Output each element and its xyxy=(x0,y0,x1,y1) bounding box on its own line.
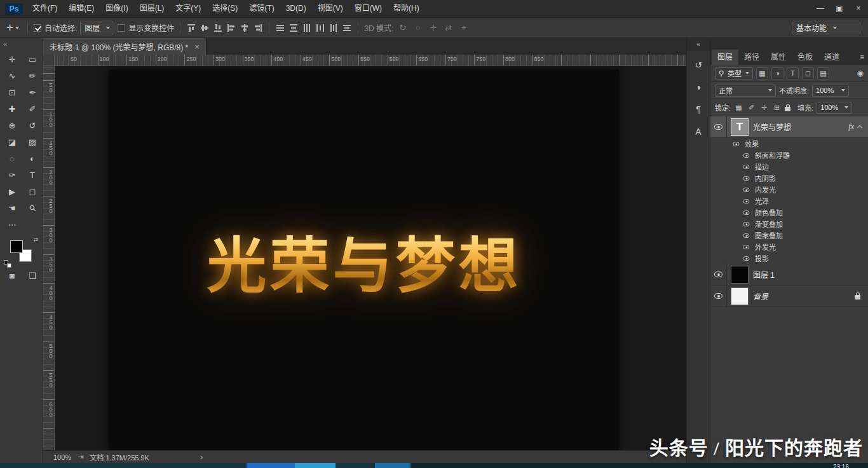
menu-file[interactable]: 文件(F) xyxy=(27,0,63,17)
document-tab[interactable]: 未标题-1 @ 100% (光荣与梦想, RGB/8) * × xyxy=(43,38,207,55)
dock-collapse-icon[interactable]: « xyxy=(687,38,710,51)
layer-row-background[interactable]: 背景 xyxy=(710,286,868,307)
menu-type[interactable]: 文字(Y) xyxy=(170,0,207,17)
panel-menu-icon[interactable]: ≡ xyxy=(860,50,864,65)
adjustments-panel-icon[interactable]: ◑ xyxy=(689,79,707,95)
clone-stamp-tool[interactable]: ⊕ xyxy=(2,117,22,134)
blend-mode-dropdown[interactable]: 正常 xyxy=(715,85,776,97)
menu-layer[interactable]: 图层(L) xyxy=(134,0,170,17)
crop-tool[interactable]: ⊡ xyxy=(2,84,22,100)
eye-icon[interactable] xyxy=(743,245,750,249)
distribute-right-edges-icon[interactable] xyxy=(342,24,351,32)
effect-row-pattern-overlay[interactable]: 图案叠加 xyxy=(710,230,868,241)
align-vertical-centers-icon[interactable] xyxy=(200,24,209,32)
document-canvas[interactable]: 光荣与梦想 xyxy=(109,70,619,450)
3d-roll-icon[interactable]: ○ xyxy=(412,23,424,32)
zoom-level-field[interactable]: 100% xyxy=(53,453,71,461)
3d-pan-icon[interactable]: ✛ xyxy=(427,23,439,32)
dodge-tool[interactable]: ◐ xyxy=(22,150,43,167)
tab-layers[interactable]: 图层 xyxy=(712,50,738,65)
distribute-left-edges-icon[interactable] xyxy=(316,24,325,32)
tab-properties[interactable]: 属性 xyxy=(765,50,792,65)
character-panel-icon[interactable]: A xyxy=(689,123,707,140)
lock-image-pixels-icon[interactable]: ✐ xyxy=(747,104,756,112)
distribute-horizontal-centers-icon[interactable] xyxy=(329,24,338,32)
scratch-arrow-icon[interactable]: ⇥ xyxy=(78,453,83,461)
visibility-cell[interactable] xyxy=(710,116,727,137)
filter-adjustment-layers-icon[interactable]: ◑ xyxy=(771,67,783,79)
effect-row-satin[interactable]: 光泽 xyxy=(710,195,868,207)
filter-kind-dropdown[interactable]: ⚲ 类型 xyxy=(715,67,753,79)
eraser-tool[interactable]: ◪ xyxy=(2,134,22,150)
eye-icon[interactable] xyxy=(743,176,750,181)
align-bottom-edges-icon[interactable] xyxy=(214,24,222,32)
fill-dropdown[interactable]: 100% xyxy=(817,102,852,114)
background-thumbnail[interactable] xyxy=(731,287,749,305)
align-top-edges-icon[interactable] xyxy=(187,24,196,32)
gradient-tool[interactable]: ▨ xyxy=(22,134,43,150)
opacity-dropdown[interactable]: 100% xyxy=(812,85,849,97)
eye-icon[interactable] xyxy=(733,142,740,146)
eye-icon[interactable] xyxy=(743,165,750,169)
fx-badge[interactable]: fx xyxy=(848,122,854,132)
paragraph-panel-icon[interactable]: ¶ xyxy=(689,101,707,118)
layer-row-text[interactable]: T 光荣与梦想 fx xyxy=(710,116,868,138)
collapse-effects-icon[interactable] xyxy=(857,125,862,130)
restore-button[interactable]: ▣ xyxy=(830,0,849,17)
menu-image[interactable]: 图像(I) xyxy=(100,0,133,17)
eye-icon[interactable] xyxy=(743,222,750,226)
vertical-ruler[interactable]: 50 100 150 200 250 300 350 400 450 500 5… xyxy=(43,66,55,450)
eye-icon[interactable] xyxy=(743,153,750,158)
screen-mode-button[interactable]: ❏ xyxy=(22,267,43,284)
visibility-cell[interactable] xyxy=(710,286,727,306)
effect-row-bevel-emboss[interactable]: 斜面和浮雕 xyxy=(710,149,868,161)
effect-row-outer-glow[interactable]: 外发光 xyxy=(710,241,868,252)
healing-brush-tool[interactable]: ✚ xyxy=(2,100,22,117)
ruler-corner[interactable] xyxy=(43,55,55,66)
foreground-color-swatch[interactable] xyxy=(10,240,23,253)
close-button[interactable]: × xyxy=(849,0,868,17)
effect-row-inner-glow[interactable]: 内发光 xyxy=(710,184,868,195)
lock-transparent-pixels-icon[interactable]: ▦ xyxy=(734,104,743,112)
filter-pixel-layers-icon[interactable]: ▦ xyxy=(756,67,768,79)
marquee-tool[interactable]: ▭ xyxy=(22,51,43,67)
effect-row-gradient-overlay[interactable]: 渐变叠加 xyxy=(710,218,868,230)
eye-icon[interactable] xyxy=(743,233,750,238)
history-brush-tool[interactable]: ↺ xyxy=(22,117,43,134)
effect-row-drop-shadow[interactable]: 投影 xyxy=(710,252,868,264)
tab-swatches[interactable]: 色板 xyxy=(792,50,818,65)
toolbar-collapse-icon[interactable]: « xyxy=(0,38,43,51)
menu-edit[interactable]: 编辑(E) xyxy=(63,0,100,17)
tab-close-icon[interactable]: × xyxy=(194,42,200,52)
3d-orbit-icon[interactable]: ↻ xyxy=(397,23,409,32)
tab-channels[interactable]: 通道 xyxy=(818,50,845,65)
brush-tool[interactable]: ✐ xyxy=(22,100,43,117)
filter-toggle-icon[interactable]: ◉ xyxy=(857,69,864,78)
swap-colors-icon[interactable]: ⇄ xyxy=(33,237,38,243)
workspace-dropdown[interactable]: 基本功能 xyxy=(792,22,860,34)
menu-filter[interactable]: 滤镜(T) xyxy=(243,0,280,17)
lock-all-icon[interactable] xyxy=(785,107,790,111)
tab-paths[interactable]: 路径 xyxy=(738,50,765,65)
menu-help[interactable]: 帮助(H) xyxy=(388,0,425,17)
default-colors-icon[interactable] xyxy=(7,263,11,268)
type-tool[interactable]: T xyxy=(22,167,43,183)
eye-icon[interactable] xyxy=(743,199,750,203)
auto-select-checkbox[interactable] xyxy=(34,24,41,32)
effect-row-stroke[interactable]: 描边 xyxy=(710,161,868,172)
align-left-edges-icon[interactable] xyxy=(227,24,236,32)
eye-icon[interactable] xyxy=(743,188,750,192)
visibility-cell[interactable] xyxy=(710,264,727,285)
eyedropper-tool[interactable]: ✒ xyxy=(22,84,43,100)
menu-3d[interactable]: 3D(D) xyxy=(280,0,312,17)
effects-header-row[interactable]: 效果 xyxy=(710,138,868,149)
status-chevron-icon[interactable]: › xyxy=(200,452,203,462)
align-horizontal-centers-icon[interactable] xyxy=(240,24,249,32)
filter-type-layers-icon[interactable]: T xyxy=(787,67,799,79)
more-tools-button[interactable]: ⋯ xyxy=(2,216,22,233)
blur-tool[interactable]: ◌ xyxy=(2,150,22,167)
3d-slide-icon[interactable]: ⇄ xyxy=(442,23,454,32)
lock-position-icon[interactable]: ✛ xyxy=(759,104,769,112)
move-tool[interactable]: ✛ xyxy=(2,51,22,67)
eye-icon[interactable] xyxy=(743,210,750,215)
